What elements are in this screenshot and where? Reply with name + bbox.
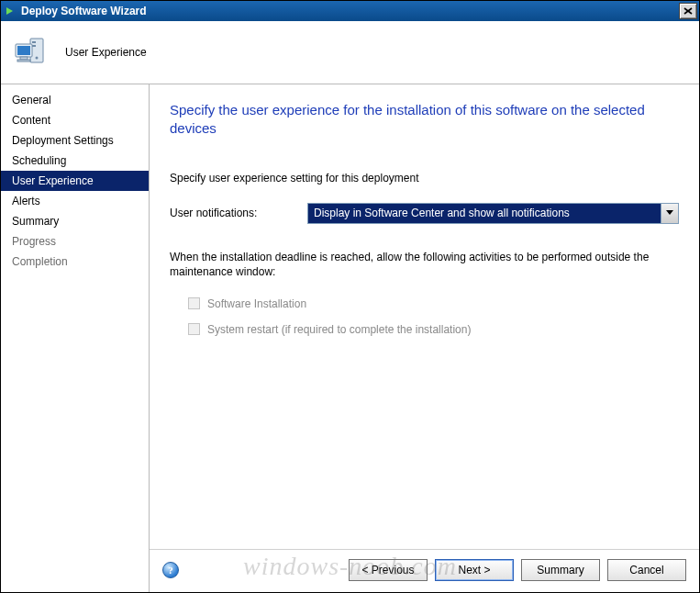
svg-marker-0: [6, 7, 13, 15]
sidebar-item-label: Scheduling: [12, 154, 66, 167]
page-heading: Specify the user experience for the inst…: [170, 101, 679, 139]
checkbox-icon: [188, 323, 200, 335]
sidebar-item-content[interactable]: Content: [1, 110, 149, 130]
content-inner: Specify the user experience for the inst…: [150, 84, 699, 549]
sidebar-item-general[interactable]: General: [1, 90, 149, 110]
checkbox-label: Software Installation: [207, 297, 306, 310]
header-title: User Experience: [65, 46, 147, 59]
svg-rect-4: [32, 41, 36, 43]
sidebar-item-label: User Experience: [12, 174, 94, 187]
wizard-window: Deploy Software Wizard User Experience: [0, 0, 700, 593]
summary-button[interactable]: Summary: [521, 559, 600, 581]
checkbox-label: System restart (if required to complete …: [207, 323, 471, 336]
deadline-info-text: When the installation deadline is reache…: [170, 250, 679, 279]
svg-point-6: [36, 57, 39, 60]
user-notifications-select[interactable]: Display in Software Center and show all …: [307, 203, 679, 224]
cancel-button[interactable]: Cancel: [607, 559, 686, 581]
help-icon[interactable]: ?: [162, 562, 179, 578]
sidebar-item-progress[interactable]: Progress: [1, 231, 149, 252]
intro-text: Specify user experience setting for this…: [170, 172, 679, 185]
sidebar-item-alerts[interactable]: Alerts: [1, 191, 149, 211]
sidebar-item-scheduling[interactable]: Scheduling: [1, 151, 149, 171]
footer: ? < Previous Next > Summary Cancel: [150, 549, 699, 592]
titlebar: Deploy Software Wizard: [1, 1, 699, 21]
sidebar-item-label: General: [12, 94, 51, 106]
sidebar-item-label: Completion: [12, 255, 68, 268]
sidebar-item-deployment-settings[interactable]: Deployment Settings: [1, 130, 149, 151]
sidebar-item-user-experience[interactable]: User Experience: [1, 171, 149, 191]
content-panel: Specify the user experience for the inst…: [150, 84, 699, 592]
window-title: Deploy Software Wizard: [21, 5, 675, 17]
sidebar: General Content Deployment Settings Sche…: [1, 84, 150, 592]
user-notifications-row: User notifications: Display in Software …: [170, 203, 679, 224]
computer-icon: [12, 33, 50, 72]
previous-button[interactable]: < Previous: [349, 559, 428, 581]
svg-rect-8: [17, 46, 30, 55]
sidebar-item-label: Summary: [12, 215, 59, 228]
sidebar-item-label: Progress: [12, 235, 56, 248]
checkbox-system-restart: System restart (if required to complete …: [170, 319, 679, 340]
svg-rect-10: [17, 60, 30, 62]
sidebar-item-summary[interactable]: Summary: [1, 211, 149, 231]
header-panel: User Experience: [1, 21, 699, 84]
checkbox-software-installation: Software Installation: [170, 294, 679, 314]
next-button[interactable]: Next >: [435, 559, 514, 581]
sidebar-item-label: Content: [12, 114, 50, 127]
wizard-body: General Content Deployment Settings Sche…: [1, 84, 699, 592]
checkbox-icon: [188, 297, 200, 309]
user-notifications-value: Display in Software Center and show all …: [308, 204, 661, 223]
svg-marker-11: [666, 210, 673, 215]
sidebar-item-label: Alerts: [12, 195, 40, 207]
sidebar-item-label: Deployment Settings: [12, 134, 114, 147]
user-notifications-label: User notifications:: [170, 207, 298, 219]
wizard-arrow-icon: [5, 5, 17, 17]
sidebar-item-completion[interactable]: Completion: [1, 252, 149, 272]
chevron-down-icon: [661, 204, 678, 223]
close-button[interactable]: [679, 3, 697, 19]
svg-rect-5: [32, 45, 36, 47]
